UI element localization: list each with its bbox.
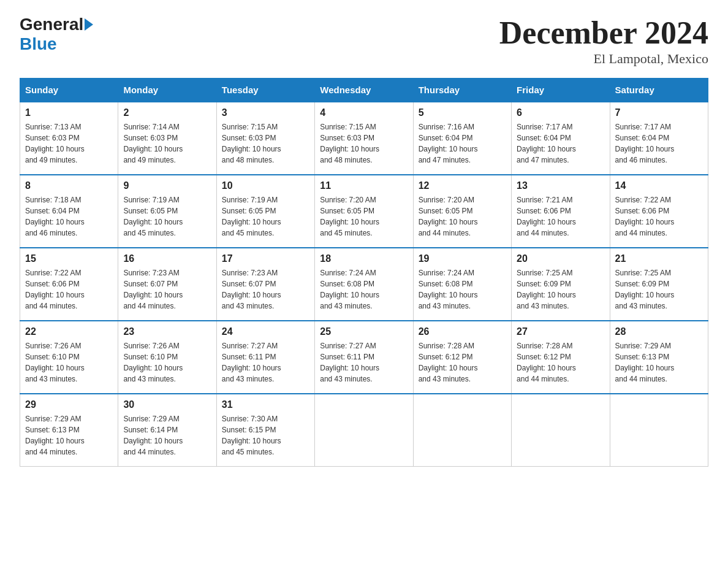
day-number: 1 xyxy=(25,107,113,118)
day-number: 2 xyxy=(123,107,211,118)
calendar-cell: 4 Sunrise: 7:15 AM Sunset: 6:03 PM Dayli… xyxy=(315,102,413,175)
day-number: 29 xyxy=(25,399,113,410)
day-number: 3 xyxy=(222,107,309,118)
calendar-cell: 8 Sunrise: 7:18 AM Sunset: 6:04 PM Dayli… xyxy=(20,175,118,248)
day-number: 6 xyxy=(517,107,604,118)
calendar-cell: 12 Sunrise: 7:20 AM Sunset: 6:05 PM Dayl… xyxy=(413,175,511,248)
calendar-cell xyxy=(512,394,610,467)
calendar-cell: 31 Sunrise: 7:30 AM Sunset: 6:15 PM Dayl… xyxy=(216,394,314,467)
page-title: December 2024 xyxy=(499,15,708,51)
day-info: Sunrise: 7:26 AM Sunset: 6:10 PM Dayligh… xyxy=(123,340,211,385)
calendar-cell xyxy=(610,394,708,467)
calendar-table: SundayMondayTuesdayWednesdayThursdayFrid… xyxy=(20,78,708,467)
page-subtitle: El Lampotal, Mexico xyxy=(499,51,708,67)
calendar-header-tuesday: Tuesday xyxy=(216,79,314,102)
calendar-week-row: 29 Sunrise: 7:29 AM Sunset: 6:13 PM Dayl… xyxy=(20,394,708,467)
day-info: Sunrise: 7:13 AM Sunset: 6:03 PM Dayligh… xyxy=(25,121,113,166)
day-number: 18 xyxy=(320,253,408,264)
day-number: 11 xyxy=(320,180,408,191)
day-number: 8 xyxy=(25,180,113,191)
calendar-header-thursday: Thursday xyxy=(413,79,511,102)
day-info: Sunrise: 7:23 AM Sunset: 6:07 PM Dayligh… xyxy=(222,267,309,312)
day-number: 16 xyxy=(123,253,211,264)
day-info: Sunrise: 7:29 AM Sunset: 6:13 PM Dayligh… xyxy=(615,340,703,385)
day-info: Sunrise: 7:25 AM Sunset: 6:09 PM Dayligh… xyxy=(517,267,604,312)
calendar-cell: 24 Sunrise: 7:27 AM Sunset: 6:11 PM Dayl… xyxy=(216,321,314,394)
day-info: Sunrise: 7:24 AM Sunset: 6:08 PM Dayligh… xyxy=(419,267,506,312)
calendar-cell: 29 Sunrise: 7:29 AM Sunset: 6:13 PM Dayl… xyxy=(20,394,118,467)
calendar-cell: 13 Sunrise: 7:21 AM Sunset: 6:06 PM Dayl… xyxy=(512,175,610,248)
day-number: 14 xyxy=(615,180,703,191)
calendar-cell: 10 Sunrise: 7:19 AM Sunset: 6:05 PM Dayl… xyxy=(216,175,314,248)
calendar-cell: 18 Sunrise: 7:24 AM Sunset: 6:08 PM Dayl… xyxy=(315,248,413,321)
day-number: 28 xyxy=(615,326,703,337)
day-info: Sunrise: 7:20 AM Sunset: 6:05 PM Dayligh… xyxy=(419,194,506,239)
day-number: 20 xyxy=(517,253,604,264)
day-number: 9 xyxy=(123,180,211,191)
page-header: General Blue December 2024 El Lampotal, … xyxy=(20,15,708,67)
day-number: 12 xyxy=(419,180,506,191)
calendar-cell: 1 Sunrise: 7:13 AM Sunset: 6:03 PM Dayli… xyxy=(20,102,118,175)
calendar-header-wednesday: Wednesday xyxy=(315,79,413,102)
calendar-cell: 30 Sunrise: 7:29 AM Sunset: 6:14 PM Dayl… xyxy=(118,394,216,467)
calendar-week-row: 22 Sunrise: 7:26 AM Sunset: 6:10 PM Dayl… xyxy=(20,321,708,394)
logo-flag-icon xyxy=(85,18,93,31)
day-number: 7 xyxy=(615,107,703,118)
day-info: Sunrise: 7:27 AM Sunset: 6:11 PM Dayligh… xyxy=(320,340,408,385)
day-number: 13 xyxy=(517,180,604,191)
day-info: Sunrise: 7:14 AM Sunset: 6:03 PM Dayligh… xyxy=(123,121,211,166)
calendar-cell xyxy=(413,394,511,467)
calendar-week-row: 1 Sunrise: 7:13 AM Sunset: 6:03 PM Dayli… xyxy=(20,102,708,175)
calendar-cell: 5 Sunrise: 7:16 AM Sunset: 6:04 PM Dayli… xyxy=(413,102,511,175)
calendar-cell: 2 Sunrise: 7:14 AM Sunset: 6:03 PM Dayli… xyxy=(118,102,216,175)
day-number: 17 xyxy=(222,253,309,264)
day-info: Sunrise: 7:22 AM Sunset: 6:06 PM Dayligh… xyxy=(25,267,113,312)
day-info: Sunrise: 7:29 AM Sunset: 6:14 PM Dayligh… xyxy=(123,413,211,458)
day-info: Sunrise: 7:23 AM Sunset: 6:07 PM Dayligh… xyxy=(123,267,211,312)
calendar-cell: 21 Sunrise: 7:25 AM Sunset: 6:09 PM Dayl… xyxy=(610,248,708,321)
logo-blue-text: Blue xyxy=(20,34,57,54)
calendar-cell: 22 Sunrise: 7:26 AM Sunset: 6:10 PM Dayl… xyxy=(20,321,118,394)
title-block: December 2024 El Lampotal, Mexico xyxy=(499,15,708,67)
calendar-header-row: SundayMondayTuesdayWednesdayThursdayFrid… xyxy=(20,79,708,102)
calendar-cell: 6 Sunrise: 7:17 AM Sunset: 6:04 PM Dayli… xyxy=(512,102,610,175)
day-info: Sunrise: 7:27 AM Sunset: 6:11 PM Dayligh… xyxy=(222,340,309,385)
day-info: Sunrise: 7:22 AM Sunset: 6:06 PM Dayligh… xyxy=(615,194,703,239)
day-number: 21 xyxy=(615,253,703,264)
calendar-cell: 3 Sunrise: 7:15 AM Sunset: 6:03 PM Dayli… xyxy=(216,102,314,175)
day-number: 22 xyxy=(25,326,113,337)
day-info: Sunrise: 7:28 AM Sunset: 6:12 PM Dayligh… xyxy=(517,340,604,385)
day-info: Sunrise: 7:19 AM Sunset: 6:05 PM Dayligh… xyxy=(222,194,309,239)
day-info: Sunrise: 7:26 AM Sunset: 6:10 PM Dayligh… xyxy=(25,340,113,385)
day-info: Sunrise: 7:25 AM Sunset: 6:09 PM Dayligh… xyxy=(615,267,703,312)
day-number: 25 xyxy=(320,326,408,337)
logo-general-text: General xyxy=(20,15,83,34)
calendar-cell: 14 Sunrise: 7:22 AM Sunset: 6:06 PM Dayl… xyxy=(610,175,708,248)
calendar-cell: 17 Sunrise: 7:23 AM Sunset: 6:07 PM Dayl… xyxy=(216,248,314,321)
day-number: 10 xyxy=(222,180,309,191)
calendar-cell xyxy=(315,394,413,467)
calendar-cell: 20 Sunrise: 7:25 AM Sunset: 6:09 PM Dayl… xyxy=(512,248,610,321)
logo: General Blue xyxy=(20,15,94,54)
calendar-header-saturday: Saturday xyxy=(610,79,708,102)
day-number: 26 xyxy=(419,326,506,337)
calendar-cell: 26 Sunrise: 7:28 AM Sunset: 6:12 PM Dayl… xyxy=(413,321,511,394)
calendar-header-monday: Monday xyxy=(118,79,216,102)
day-info: Sunrise: 7:17 AM Sunset: 6:04 PM Dayligh… xyxy=(615,121,703,166)
day-info: Sunrise: 7:15 AM Sunset: 6:03 PM Dayligh… xyxy=(320,121,408,166)
day-number: 30 xyxy=(123,399,211,410)
day-info: Sunrise: 7:17 AM Sunset: 6:04 PM Dayligh… xyxy=(517,121,604,166)
day-info: Sunrise: 7:18 AM Sunset: 6:04 PM Dayligh… xyxy=(25,194,113,239)
calendar-cell: 16 Sunrise: 7:23 AM Sunset: 6:07 PM Dayl… xyxy=(118,248,216,321)
day-number: 31 xyxy=(222,399,309,410)
day-info: Sunrise: 7:30 AM Sunset: 6:15 PM Dayligh… xyxy=(222,413,309,458)
day-number: 23 xyxy=(123,326,211,337)
calendar-cell: 15 Sunrise: 7:22 AM Sunset: 6:06 PM Dayl… xyxy=(20,248,118,321)
day-info: Sunrise: 7:28 AM Sunset: 6:12 PM Dayligh… xyxy=(419,340,506,385)
day-info: Sunrise: 7:20 AM Sunset: 6:05 PM Dayligh… xyxy=(320,194,408,239)
calendar-cell: 19 Sunrise: 7:24 AM Sunset: 6:08 PM Dayl… xyxy=(413,248,511,321)
calendar-cell: 7 Sunrise: 7:17 AM Sunset: 6:04 PM Dayli… xyxy=(610,102,708,175)
day-number: 27 xyxy=(517,326,604,337)
calendar-cell: 25 Sunrise: 7:27 AM Sunset: 6:11 PM Dayl… xyxy=(315,321,413,394)
day-info: Sunrise: 7:24 AM Sunset: 6:08 PM Dayligh… xyxy=(320,267,408,312)
